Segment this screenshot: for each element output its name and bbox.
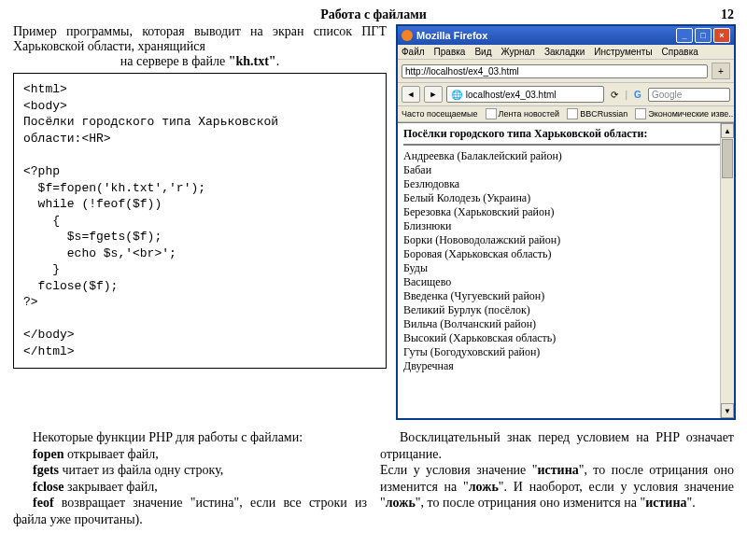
browser-window: Mozilla Firefox _ □ × Файл Правка Вид Жу… <box>396 24 736 420</box>
list-item: Близнюки <box>403 219 728 233</box>
bookmarks-label[interactable]: Часто посещаемые <box>402 108 478 119</box>
functions-intro: Некоторые функции PHP для работы с файла… <box>13 429 367 446</box>
scroll-thumb[interactable] <box>722 139 733 178</box>
page-heading: Посёлки городского типа Харьковской обла… <box>403 127 728 141</box>
page-header: Работа с файлами 12 <box>13 7 734 22</box>
bookmark-item-0[interactable]: Лента новостей <box>486 108 560 119</box>
list-item: Борки (Нововодолажский район) <box>403 233 728 247</box>
close-button[interactable]: × <box>713 28 730 43</box>
list-item: Буды <box>403 261 728 275</box>
list-item: Васищево <box>403 275 728 289</box>
intro-paragraph: Пример программы, которая выводит на экр… <box>13 24 387 69</box>
back-button[interactable]: ◄ <box>402 86 420 103</box>
bookmark-bar: Часто посещаемые Лента новостей BBCRussi… <box>398 106 734 122</box>
page-title: Работа с файлами <box>320 7 427 22</box>
browser-titlebar: Mozilla Firefox _ □ × <box>398 26 734 45</box>
navigation-bar: ◄ ► 🌐 localhost/ex4_03.html ⟳ | G Google <box>398 83 734 106</box>
negation-p1: Восклицательный знак перед условием на P… <box>380 429 734 462</box>
minimize-button[interactable]: _ <box>676 28 693 43</box>
list-item: Бабаи <box>403 163 728 177</box>
intro-filename: "kh.txt" <box>229 54 276 68</box>
right-column: Mozilla Firefox _ □ × Файл Правка Вид Жу… <box>396 24 732 420</box>
forward-button[interactable]: ► <box>424 86 443 103</box>
menu-bookmarks[interactable]: Закладки <box>544 47 585 57</box>
browser-title: Mozilla Firefox <box>416 30 487 41</box>
rss-icon <box>486 108 497 119</box>
functions-note: Некоторые функции PHP для работы с файла… <box>13 429 367 527</box>
scroll-down-button[interactable]: ▼ <box>721 403 734 418</box>
negation-p2: Если у условия значение "истина", то пос… <box>380 462 734 511</box>
menu-file[interactable]: Файл <box>402 47 425 57</box>
list-item: Березовка (Харьковский район) <box>403 205 728 219</box>
fn-fopen: fopen <box>33 447 63 461</box>
search-box[interactable]: Google <box>648 88 730 102</box>
fn-fgets: fgets <box>33 463 59 477</box>
tab-url: http://localhost/ex4_03.html <box>405 66 519 77</box>
menu-history[interactable]: Журнал <box>500 47 535 57</box>
bookmark-item-1[interactable]: BBCRussian <box>567 108 627 119</box>
reload-icon[interactable]: ⟳ <box>608 88 621 101</box>
list-item: Двуречная <box>403 359 728 373</box>
list-item: Высокий (Харьковская область) <box>403 331 728 345</box>
new-tab-button[interactable]: + <box>712 63 730 79</box>
browser-menubar: Файл Правка Вид Журнал Закладки Инструме… <box>398 45 734 60</box>
list-item: Вильча (Волчанский район) <box>403 317 728 331</box>
list-item: Введенка (Чугуевский район) <box>403 289 728 303</box>
browser-viewport: Посёлки городского типа Харьковской обла… <box>398 122 734 418</box>
menu-help[interactable]: Справка <box>662 47 698 57</box>
fn-fclose: fclose <box>33 480 63 494</box>
fn-feof: feof <box>33 496 54 510</box>
intro-text-2b: . <box>276 54 280 68</box>
maximize-button[interactable]: □ <box>695 28 712 43</box>
negation-note: Восклицательный знак перед условием на P… <box>380 429 734 527</box>
menu-tools[interactable]: Инструменты <box>594 47 652 57</box>
code-listing: <html> <body> Посёлки городского типа Ха… <box>13 73 387 368</box>
scrollbar[interactable]: ▲ ▼ <box>720 123 734 418</box>
list-item: Великий Бурлук (посёлок) <box>403 303 728 317</box>
menu-edit[interactable]: Правка <box>434 47 466 57</box>
rss-icon <box>635 108 646 119</box>
divider <box>403 144 728 146</box>
list-item: Безлюдовка <box>403 177 728 191</box>
intro-text-2a: на сервере в файле <box>120 54 229 68</box>
list-item: Белый Колодезь (Украина) <box>403 191 728 205</box>
list-item: Гуты (Богодуховский район) <box>403 345 728 359</box>
address-text: localhost/ex4_03.html <box>466 90 557 100</box>
address-bar[interactable]: 🌐 localhost/ex4_03.html <box>446 86 604 103</box>
firefox-icon <box>402 30 413 41</box>
items-list: Андреевка (Балаклейский район)БабаиБезлю… <box>403 149 728 373</box>
globe-icon: 🌐 <box>450 88 463 101</box>
list-item: Андреевка (Балаклейский район) <box>403 149 728 163</box>
google-icon: G <box>631 88 644 101</box>
tab-bar: http://localhost/ex4_03.html + <box>398 60 734 83</box>
intro-text-1: Пример программы, которая выводит на экр… <box>13 24 387 53</box>
menu-view[interactable]: Вид <box>474 47 491 57</box>
page-number: 12 <box>721 7 734 22</box>
active-tab[interactable]: http://localhost/ex4_03.html <box>402 64 708 78</box>
list-item: Боровая (Харьковская область) <box>403 247 728 261</box>
left-column: Пример программы, которая выводит на экр… <box>13 24 387 420</box>
bookmark-item-2[interactable]: Экономические изве... <box>635 108 734 119</box>
scroll-track[interactable] <box>721 179 734 403</box>
rss-icon <box>567 108 578 119</box>
scroll-up-button[interactable]: ▲ <box>721 123 734 138</box>
